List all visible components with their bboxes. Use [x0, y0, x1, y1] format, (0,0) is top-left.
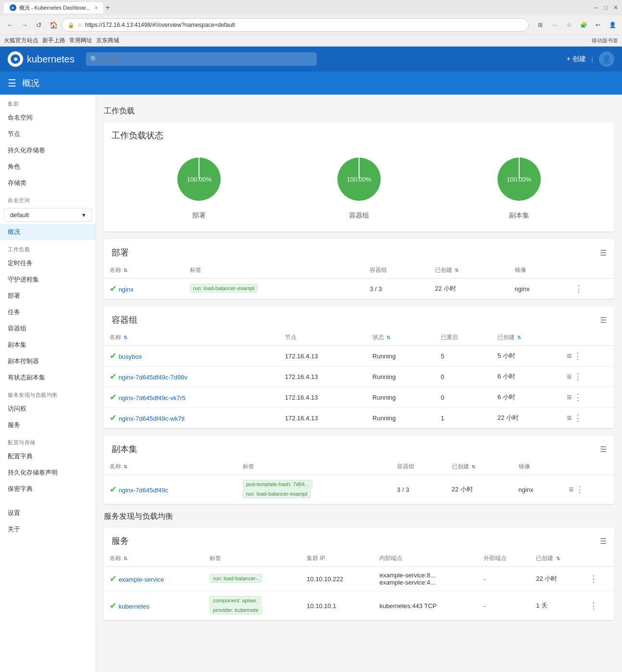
sidebar-item-pods[interactable]: 容器组: [0, 320, 96, 337]
undo-icon[interactable]: ↩: [592, 19, 604, 31]
deployment-donut: 100.00%: [173, 153, 225, 206]
mobile-bookmark[interactable]: 移动版书签: [592, 37, 618, 44]
addon-icon[interactable]: 🧩: [578, 19, 589, 31]
th-image: 镜像: [509, 262, 569, 279]
sidebar-item-ingress[interactable]: 访问权: [0, 401, 96, 417]
replicaset-filter-icon[interactable]: ☰: [600, 445, 607, 454]
svc-tags-cell: run: load-balancer-.: [204, 567, 301, 591]
sidebar-item-settings[interactable]: 设置: [0, 505, 96, 521]
sidebar-item-rc[interactable]: 副本控制器: [0, 353, 96, 369]
svc-th-labels: 标签: [204, 550, 301, 567]
bookmark-star-icon[interactable]: ☆: [563, 19, 575, 31]
pod-card-header: 容器组 ☰: [104, 306, 614, 330]
pod-logs-icon[interactable]: ≡: [567, 413, 572, 423]
bookmark-jd[interactable]: 京东商城: [96, 37, 119, 45]
forward-button[interactable]: →: [18, 19, 31, 31]
more-tools-icon[interactable]: ···: [549, 19, 560, 31]
menu-icon[interactable]: ☰: [8, 77, 16, 89]
deployment-chart: 100.00% 部署: [173, 153, 225, 220]
pod-name-link[interactable]: nginx-7d645df49c-vk7r5: [119, 394, 186, 402]
tab-close-icon[interactable]: ×: [95, 5, 98, 11]
ff-account-icon[interactable]: 👤: [607, 19, 618, 31]
pod-filter-icon[interactable]: ☰: [600, 316, 607, 325]
status-ok-icon: ✔: [110, 284, 117, 293]
sidebar-item-replicaset[interactable]: 副本集: [0, 337, 96, 353]
rs-th-created: 已创建 ⇅: [446, 459, 513, 475]
namespace-selector[interactable]: default ▾: [4, 208, 92, 222]
minimize-button[interactable]: ─: [594, 4, 598, 11]
pod-name-link[interactable]: nginx-7d645df49c-wk7tl: [119, 415, 185, 422]
pod-name-link[interactable]: nginx-7d645df49c-7d98v: [119, 374, 187, 381]
sidebar-item-roles[interactable]: 角色: [0, 159, 96, 175]
pod-restarts-cell: 1: [435, 408, 492, 428]
svc-more-icon[interactable]: ⋮: [589, 574, 598, 584]
chevron-down-icon: ▾: [82, 211, 86, 219]
bookmark-firefox[interactable]: 火狐官方站点: [4, 37, 38, 45]
pod-node-cell: 172.16.4.13: [279, 387, 367, 408]
service-card-title: 服务: [112, 535, 129, 547]
sidebar-item-jobs[interactable]: 任务: [0, 304, 96, 320]
sidebar-item-nodes[interactable]: 节点: [0, 126, 96, 142]
sidebar-item-storage[interactable]: 存储类: [0, 175, 96, 191]
rs-created-cell: 22 小时: [446, 475, 513, 504]
search-input[interactable]: [86, 52, 317, 66]
row-more-icon[interactable]: ⋮: [574, 283, 583, 294]
svc-more-icon[interactable]: ⋮: [589, 600, 598, 611]
deployment-filter-icon[interactable]: ☰: [600, 248, 607, 257]
sidebar-item-about[interactable]: 关于: [0, 521, 96, 538]
service-filter-icon[interactable]: ☰: [600, 537, 607, 546]
replicaset-donut: 100.00%: [493, 153, 546, 206]
sidebar-item-configmap[interactable]: 配置字典: [0, 448, 96, 464]
bookmark-common[interactable]: 常用网址: [69, 37, 92, 45]
deployment-tag-cell: run: load-balancer-exampl: [184, 279, 364, 299]
pod-more-icon[interactable]: ⋮: [573, 413, 582, 423]
pod-more-icon[interactable]: ⋮: [573, 392, 582, 403]
rs-logs-icon[interactable]: ≡: [569, 485, 574, 495]
close-window-button[interactable]: ✕: [613, 4, 618, 11]
sidebar-item-daemonset[interactable]: 守护进程集: [0, 271, 96, 288]
pod-more-icon[interactable]: ⋮: [573, 371, 582, 382]
search-engine-icon[interactable]: ⊞: [535, 19, 546, 31]
browser-tab[interactable]: K 概况 - Kubernetes Dashboar... ×: [4, 2, 103, 13]
svc-name-link[interactable]: kubernetes: [119, 603, 149, 610]
sidebar-item-cron[interactable]: 定时任务: [0, 255, 96, 271]
sidebar-item-namespace[interactable]: 命名空间: [0, 110, 96, 126]
deployment-chart-label: 部署: [192, 211, 206, 220]
sidebar-item-deployment[interactable]: 部署: [0, 288, 96, 304]
header-right: + 创建 | 👤: [567, 51, 614, 67]
bookmark-newuser[interactable]: 新手上路: [42, 37, 65, 45]
svc-th-name: 名称 ⇅: [104, 550, 204, 567]
sidebar-item-secrets[interactable]: 保密字典: [0, 481, 96, 497]
rs-row-actions: ≡ ⋮: [569, 484, 609, 495]
pod-logs-icon[interactable]: ≡: [567, 392, 572, 403]
pod-more-icon[interactable]: ⋮: [573, 351, 582, 361]
pod-logs-icon[interactable]: ≡: [567, 351, 572, 361]
th-labels: 标签: [184, 262, 364, 279]
create-button[interactable]: + 创建: [567, 55, 586, 63]
pod-name-link[interactable]: busybox: [119, 353, 142, 360]
reload-button[interactable]: ↺: [33, 19, 45, 31]
new-tab-button[interactable]: +: [105, 3, 110, 12]
rs-name-link[interactable]: nginx-7d645df49c: [119, 487, 168, 494]
pod-logs-icon[interactable]: ≡: [567, 372, 572, 382]
sidebar-item-pv[interactable]: 持久化存储卷: [0, 142, 96, 159]
maximize-button[interactable]: □: [604, 4, 608, 11]
rs-th-image: 镜像: [513, 459, 563, 475]
back-button[interactable]: ←: [4, 19, 16, 31]
deployment-name-link[interactable]: nginx: [119, 286, 134, 293]
pod-created-cell: 6 小时: [492, 387, 561, 408]
home-button[interactable]: 🏠: [47, 19, 60, 31]
sidebar-item-pvc[interactable]: 持久化存储卷声明: [0, 464, 96, 481]
svc-name-link[interactable]: example-service: [119, 576, 164, 583]
sidebar-item-statefulset[interactable]: 有状态副本集: [0, 369, 96, 386]
pod-row-actions: ≡ ⋮: [567, 371, 609, 382]
rs-more-icon[interactable]: ⋮: [575, 484, 584, 495]
address-bar[interactable]: 🔒 ⚠ https://172.16.4.13:41498/#!/overvie…: [62, 18, 529, 32]
pod-state-cell: Running: [367, 346, 435, 367]
pod-row-actions: ≡ ⋮: [567, 392, 609, 403]
deployment-table: 名称 ⇅ 标签 容器组 已创建 ⇅ 镜像 ✔ nginx: [104, 262, 614, 299]
sidebar-item-services[interactable]: 服务: [0, 417, 96, 433]
sidebar-item-overview[interactable]: 概况: [0, 224, 96, 240]
app-logo[interactable]: ☸ kubernetes: [8, 51, 75, 67]
user-avatar[interactable]: 👤: [599, 51, 614, 67]
